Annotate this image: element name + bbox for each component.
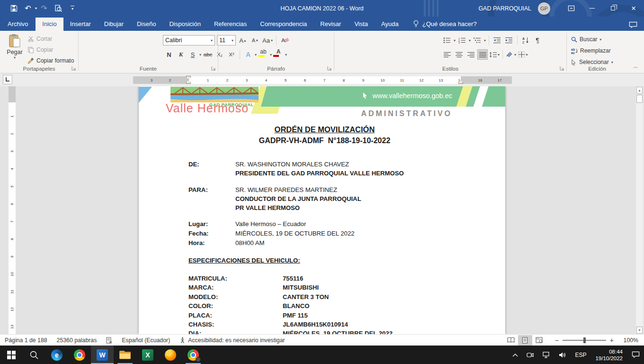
- proofing-errors-icon[interactable]: [101, 335, 117, 346]
- para-name: SR. WILMER PAREDES MARTINEZ: [235, 186, 337, 193]
- feedback-icon[interactable]: [629, 21, 637, 28]
- paste-dropdown-icon[interactable]: ▾: [14, 55, 16, 60]
- logo-subtitle: GAD PARROQUIAL: [209, 102, 254, 107]
- network-icon[interactable]: [538, 346, 555, 364]
- zoom-slider[interactable]: [563, 340, 606, 341]
- ribbon-tab[interactable]: Vista: [348, 18, 375, 31]
- ribbon-tab[interactable]: Diseño: [130, 18, 162, 31]
- zoom-slider-handle[interactable]: [583, 337, 586, 343]
- tab-stop-selector[interactable]: [3, 75, 12, 84]
- accessibility-status[interactable]: Accesibilidad: es necesario investigar: [175, 335, 289, 346]
- taskbar-chrome-profile-button[interactable]: [182, 346, 205, 364]
- web-layout-button[interactable]: [532, 335, 546, 346]
- tell-me-search[interactable]: ¿Qué desea hacer?: [413, 20, 477, 31]
- taskbar-search-button[interactable]: [23, 346, 45, 364]
- taskbar-excel-button[interactable]: X: [136, 346, 159, 364]
- action-center-icon[interactable]: [627, 346, 644, 364]
- zoom-in-icon[interactable]: +: [610, 337, 614, 344]
- select-button[interactable]: Seleccionar ▾: [571, 57, 613, 67]
- taskbar-word-button[interactable]: W: [91, 346, 114, 364]
- cut-button: Cortar: [27, 35, 74, 43]
- minimize-button[interactable]: [581, 0, 602, 17]
- vehicle-specs: MATRICULA:755116 MARCA:MITSUBISHI MODELO…: [188, 275, 482, 334]
- de-role: PRESIDENTE DEL GAD PARROQUIAL VALLE HERM…: [235, 170, 404, 177]
- spec-row: DIA:MIÉRCOLES, 19 OCTUBRE DEL 2022: [188, 330, 482, 334]
- search-icon: [29, 350, 39, 360]
- page-count[interactable]: Página 1 de 188: [0, 335, 52, 346]
- ribbon-tab[interactable]: Disposición: [162, 18, 207, 31]
- styles-dialog-launcher-icon[interactable]: [559, 65, 565, 71]
- scroll-up-icon[interactable]: ▲: [636, 87, 643, 94]
- clock-time: 08:44: [595, 348, 623, 355]
- vertical-scrollbar[interactable]: ▲ ▼: [636, 86, 643, 334]
- close-button[interactable]: ×: [623, 0, 644, 17]
- ribbon-tab[interactable]: Insertar: [63, 18, 98, 31]
- format-painter-button[interactable]: Copiar formato: [27, 56, 74, 65]
- language-indicator[interactable]: ESP: [571, 346, 590, 364]
- clipboard-dialog-launcher-icon[interactable]: [71, 65, 77, 71]
- undo-icon[interactable]: ↶: [21, 2, 35, 15]
- scroll-down-icon[interactable]: ▼: [636, 327, 643, 334]
- hidden-icons-chevron-icon[interactable]: [508, 346, 522, 364]
- underline-dropdown-icon[interactable]: ▾: [199, 53, 201, 57]
- taskbar-file-explorer-button[interactable]: [114, 346, 136, 364]
- document-canvas: 1234567891011121314 gadparroquialvallehe…: [0, 86, 644, 334]
- ribbon-tab[interactable]: Correspondencia: [253, 18, 313, 31]
- header-green-banner: gadparroquialvallehermoso@hotmail.com ww…: [261, 86, 505, 107]
- document-subtitle: GADPR-VH-ADMF N°188-19-10-2022: [188, 136, 461, 145]
- italic-button[interactable]: K: [176, 49, 186, 60]
- hora-value: 08H00 AM: [235, 239, 265, 246]
- collapse-ribbon-icon[interactable]: ︿: [633, 63, 638, 70]
- volume-icon[interactable]: [555, 346, 571, 364]
- language-status[interactable]: Español (Ecuador): [117, 335, 175, 346]
- start-button[interactable]: [0, 346, 23, 364]
- underline-button[interactable]: S: [188, 49, 198, 60]
- word-count[interactable]: 25360 palabras: [52, 335, 102, 346]
- avatar[interactable]: GP: [538, 2, 550, 15]
- editing-group-label: Edición: [566, 66, 628, 72]
- customize-qat-icon[interactable]: ▾: [65, 2, 80, 15]
- format-painter-icon: [27, 57, 34, 64]
- ribbon-tab[interactable]: Inicio: [36, 18, 63, 31]
- firefox-icon: [165, 349, 176, 361]
- redo-icon: ↷: [37, 2, 51, 15]
- copy-label: Copiar: [36, 46, 53, 53]
- scrollbar-thumb[interactable]: [636, 95, 643, 103]
- save-icon[interactable]: [7, 2, 21, 15]
- taskbar-clock[interactable]: 08:44 19/10/2022: [590, 348, 627, 362]
- document-page[interactable]: gadparroquialvallehermoso@hotmail.com ww…: [139, 86, 505, 334]
- paragraph-dialog-launcher-icon[interactable]: [327, 65, 332, 71]
- header-website: www.vallehermoso.gob.ec: [373, 92, 452, 100]
- restore-button[interactable]: [602, 0, 623, 17]
- format-painter-label: Copiar formato: [36, 57, 74, 64]
- find-button[interactable]: Buscar ▾: [571, 35, 613, 44]
- ribbon-tab[interactable]: Dibujar: [98, 18, 130, 31]
- ribbon-tab[interactable]: Ayuda: [375, 18, 405, 31]
- meet-now-icon[interactable]: [522, 346, 538, 364]
- paste-button[interactable]: Pegar ▾: [4, 34, 26, 64]
- replace-button[interactable]: abac Reemplazar: [571, 46, 613, 55]
- account-name[interactable]: GAD PARROQUIAL: [478, 5, 531, 12]
- zoom-level[interactable]: 100%: [620, 337, 638, 344]
- taskbar-firefox-button[interactable]: [159, 346, 182, 364]
- para-role1: CONDUCTOR DE LA JUNTA PARROQUIAL: [235, 195, 361, 202]
- de-name: SR. WASHINGTON MORALES CHAVEZ: [235, 161, 349, 168]
- zoom-out-icon[interactable]: −: [555, 337, 559, 344]
- print-layout-button[interactable]: [518, 335, 532, 346]
- ribbon-tab[interactable]: Archivo: [0, 18, 36, 31]
- print-preview-icon[interactable]: [51, 2, 65, 15]
- read-mode-button[interactable]: [504, 335, 518, 346]
- font-name-select[interactable]: Calibri▾: [163, 35, 215, 46]
- ribbon-display-options-icon[interactable]: [561, 0, 581, 17]
- bold-button[interactable]: N: [164, 49, 174, 60]
- institution-logo: Valle Hermoso GAD PARROQUIAL: [166, 87, 260, 115]
- clock-date: 19/10/2022: [595, 355, 623, 362]
- status-bar: Página 1 de 188 25360 palabras Español (…: [0, 334, 644, 346]
- taskbar-chrome-button[interactable]: [68, 346, 91, 364]
- ribbon-tab[interactable]: Revisar: [313, 18, 348, 31]
- strikethrough-button[interactable]: abc: [203, 49, 213, 60]
- font-dialog-launcher-icon[interactable]: [211, 65, 216, 71]
- ribbon-tab[interactable]: Referencias: [207, 18, 253, 31]
- excel-icon: X: [142, 349, 153, 361]
- taskbar-edge-button[interactable]: e: [45, 346, 68, 364]
